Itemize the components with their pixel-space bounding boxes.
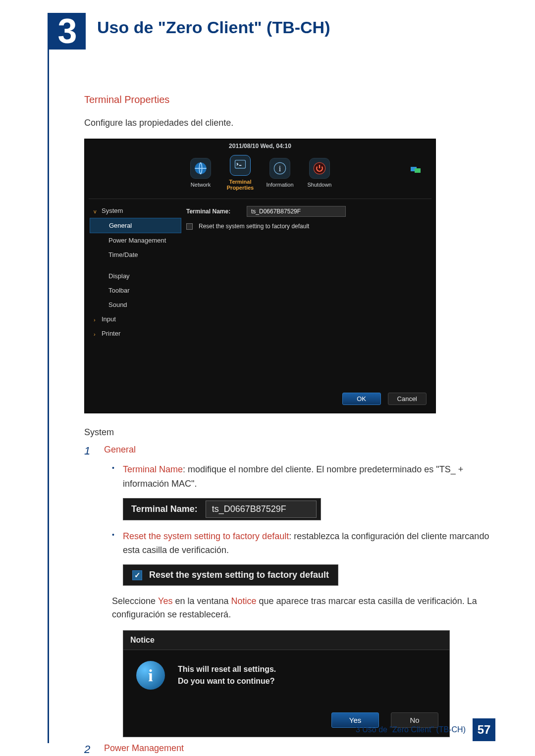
sidebar-item-printer[interactable]: ›Printer bbox=[90, 326, 181, 341]
terminal-name-strip-label: Terminal Name: bbox=[123, 499, 206, 519]
ok-button[interactable]: OK bbox=[342, 393, 381, 405]
chapter-number: 3 bbox=[49, 13, 86, 50]
info-icon: i bbox=[269, 158, 290, 179]
top-toolbar: Network Terminal Properties i Informatio… bbox=[85, 150, 435, 196]
list-item-2: 2 Power Management bbox=[84, 743, 495, 756]
item-number: 2 bbox=[84, 743, 94, 756]
item-title: Power Management bbox=[104, 743, 184, 756]
svg-rect-1 bbox=[235, 160, 246, 168]
terminal-icon bbox=[230, 155, 251, 176]
tool-terminal-label-1: Terminal bbox=[229, 179, 251, 185]
sidebar-item-time-date[interactable]: Time/Date bbox=[90, 248, 181, 262]
terminal-name-strip: Terminal Name: ts_D0667B87529F bbox=[123, 498, 321, 520]
svg-rect-6 bbox=[415, 168, 421, 173]
page-footer: 3 Uso de "Zero Client" (TB-CH) 57 bbox=[84, 718, 495, 741]
reset-strip: ✓ Reset the system setting to factory de… bbox=[123, 564, 338, 586]
sidebar-item-label: Input bbox=[102, 315, 116, 323]
info-icon: i bbox=[136, 661, 165, 690]
globe-icon bbox=[190, 158, 211, 179]
terminal-properties-screenshot: 2011/08/10 Wed, 04:10 Network Terminal P… bbox=[84, 139, 436, 413]
checkmark-icon: ✓ bbox=[132, 570, 142, 580]
list-item-1: 1 General bbox=[84, 445, 495, 457]
vertical-rule bbox=[48, 13, 49, 743]
sidebar-item-general[interactable]: General bbox=[90, 218, 181, 233]
divider bbox=[89, 199, 431, 199]
sidebar-item-label: Toolbar bbox=[108, 287, 130, 294]
page-number: 57 bbox=[473, 718, 495, 741]
bullet-reset: Reset the system setting to factory defa… bbox=[112, 529, 495, 558]
cancel-button[interactable]: Cancel bbox=[388, 393, 427, 405]
notice-line-1: This will reset all settings. bbox=[178, 663, 276, 675]
notice-line-2: Do you want to continue? bbox=[178, 675, 276, 687]
text: Seleccione bbox=[112, 596, 158, 606]
chapter-title: Uso de "Zero Client" (TB-CH) bbox=[97, 18, 330, 37]
svg-text:i: i bbox=[279, 164, 281, 173]
term-terminal-name: Terminal Name bbox=[123, 464, 183, 474]
notice-message: This will reset all settings. Do you wan… bbox=[178, 663, 276, 687]
terminal-name-strip-value: ts_D0667B87529F bbox=[206, 501, 317, 518]
sidebar-item-label: Time/Date bbox=[108, 251, 138, 258]
tool-terminal-label-2: Properties bbox=[227, 185, 254, 191]
reset-checkbox[interactable] bbox=[186, 223, 193, 230]
terminal-name-input[interactable] bbox=[247, 206, 346, 217]
sub-heading-system: System bbox=[84, 427, 495, 438]
tray-icon bbox=[408, 164, 425, 175]
term-reset: Reset the system setting to factory defa… bbox=[123, 531, 289, 541]
tool-terminal-properties[interactable]: Terminal Properties bbox=[225, 155, 256, 191]
tool-information-label: Information bbox=[266, 182, 293, 188]
bullet-terminal-name: Terminal Name: modifique el nombre del c… bbox=[112, 462, 495, 491]
tool-shutdown-label: Shutdown bbox=[308, 182, 332, 188]
intro-text: Configure las propiedades del cliente. bbox=[84, 116, 495, 130]
term-yes: Yes bbox=[158, 596, 172, 606]
tool-network[interactable]: Network bbox=[185, 158, 216, 188]
sidebar-item-system[interactable]: vSystem bbox=[90, 203, 181, 218]
text: en la ventana bbox=[172, 596, 231, 606]
sidebar-item-label: System bbox=[102, 207, 123, 214]
sidebar-item-power-management[interactable]: Power Management bbox=[90, 233, 181, 248]
tool-information[interactable]: i Information bbox=[265, 158, 295, 188]
terminal-name-label: Terminal Name: bbox=[186, 208, 241, 215]
sidebar: vSystem General Power Management Time/Da… bbox=[90, 203, 181, 341]
power-icon bbox=[309, 158, 330, 179]
tool-network-label: Network bbox=[191, 182, 211, 188]
properties-panel: Terminal Name: Reset the system setting … bbox=[186, 206, 427, 379]
dialog-button-bar: OK Cancel bbox=[342, 393, 427, 405]
sidebar-item-label: Display bbox=[108, 272, 130, 280]
sidebar-item-label: Power Management bbox=[108, 237, 166, 244]
sidebar-item-toolbar[interactable]: Toolbar bbox=[90, 283, 181, 298]
term-notice: Notice bbox=[231, 596, 257, 606]
chevron-right-icon: › bbox=[94, 331, 96, 337]
chevron-right-icon: › bbox=[94, 317, 96, 323]
footer-text: 3 Uso de "Zero Client" (TB-CH) bbox=[356, 725, 466, 734]
tool-shutdown[interactable]: Shutdown bbox=[304, 158, 335, 188]
reset-strip-label: Reset the system setting to factory defa… bbox=[149, 570, 329, 580]
sidebar-item-display[interactable]: Display bbox=[90, 269, 181, 283]
reset-checkbox-label: Reset the system setting to factory defa… bbox=[199, 223, 309, 230]
sidebar-item-input[interactable]: ›Input bbox=[90, 312, 181, 326]
notice-instruction: Seleccione Yes en la ventana Notice que … bbox=[112, 595, 495, 621]
sidebar-item-label: Printer bbox=[102, 330, 120, 337]
sidebar-item-label: Sound bbox=[108, 301, 127, 308]
sidebar-item-label: General bbox=[109, 222, 132, 229]
sidebar-item-sound[interactable]: Sound bbox=[90, 298, 181, 312]
chevron-down-icon: v bbox=[94, 208, 97, 214]
section-heading: Terminal Properties bbox=[84, 94, 495, 105]
notice-title: Notice bbox=[123, 631, 449, 650]
item-number: 1 bbox=[84, 445, 94, 457]
item-title: General bbox=[104, 445, 136, 457]
date-time-bar: 2011/08/10 Wed, 04:10 bbox=[85, 139, 435, 150]
